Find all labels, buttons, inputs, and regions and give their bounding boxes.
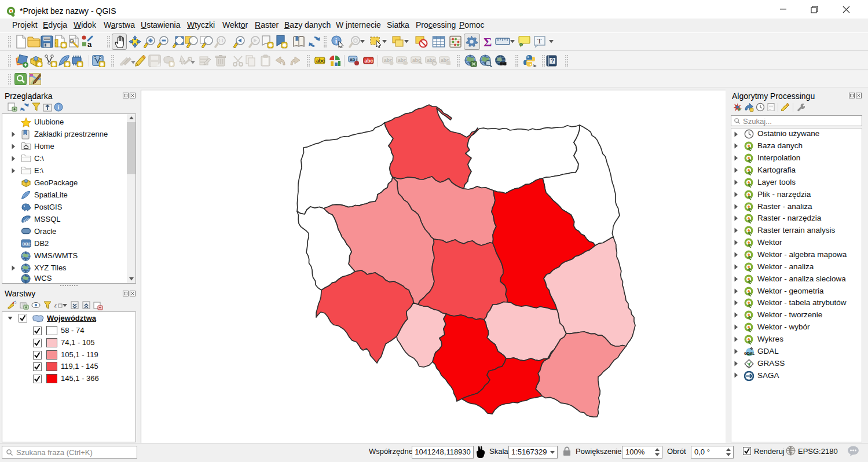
svg-text:T: T — [537, 37, 542, 45]
svg-text:1:1: 1:1 — [218, 39, 224, 43]
svg-text:ab: ab — [350, 57, 355, 62]
svg-text:?: ? — [551, 58, 554, 64]
svg-text:GDAL: GDAL — [744, 351, 755, 355]
svg-text:Σ: Σ — [484, 35, 492, 48]
svg-text:abc: abc — [365, 58, 373, 64]
